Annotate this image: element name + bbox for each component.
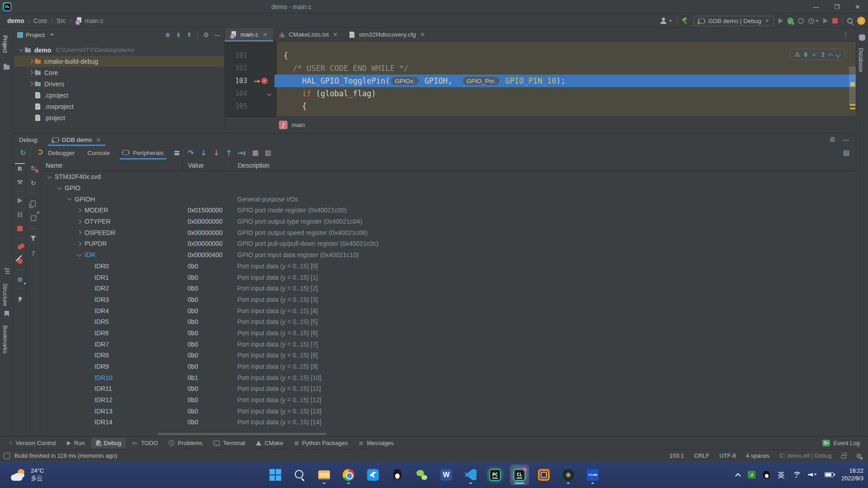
- taskbar-app-button[interactable]: [535, 465, 553, 485]
- file-encoding[interactable]: UTF-8: [719, 452, 736, 459]
- code-line[interactable]: 102 → ✓ /* USER CODE END WHILE */: [225, 62, 856, 75]
- close-session-icon[interactable]: ✕: [96, 136, 101, 143]
- tree-chevron-icon[interactable]: [75, 251, 83, 258]
- copy-icon[interactable]: [31, 201, 36, 206]
- tree-chevron-icon[interactable]: [75, 218, 83, 225]
- indent-style[interactable]: 4 spaces: [746, 452, 769, 459]
- maximize-button[interactable]: ❐: [826, 0, 847, 14]
- debug-settings-icon[interactable]: ⚙: [15, 275, 25, 285]
- attach-button[interactable]: [823, 18, 828, 23]
- table-row[interactable]: IDR13 0b0 Port input data (y = 0..15) [1…: [40, 405, 856, 417]
- code-line[interactable]: 105 → ✓ {: [225, 100, 856, 113]
- table-row[interactable]: PUPDR 0x00000000 GPIO port pull-up/pull-…: [40, 238, 856, 249]
- view-breakpoints-icon[interactable]: [18, 245, 22, 249]
- table-row[interactable]: IDR9 0b0 Port input data (y = 0..15) [9]: [40, 361, 856, 372]
- refresh-icon[interactable]: ↻: [28, 178, 38, 188]
- code-line[interactable]: 104 → ✓ if (global_flag): [225, 87, 856, 100]
- editor-scrollbar[interactable]: [849, 42, 856, 117]
- project-tree-item[interactable]: .cproject: [14, 89, 224, 101]
- layout-settings-icon[interactable]: ▥: [262, 147, 274, 158]
- tool-window-button[interactable]: ≣ Python Packages: [289, 438, 352, 448]
- table-row[interactable]: IDR10 0b1 Port input data (y = 0..15) [1…: [40, 372, 856, 383]
- run-to-cursor-icon[interactable]: →ı: [236, 147, 247, 158]
- run-button[interactable]: [778, 18, 783, 23]
- battery-icon[interactable]: [825, 472, 834, 477]
- column-header-value[interactable]: Value: [183, 162, 204, 169]
- prev-issue-icon[interactable]: [828, 53, 833, 58]
- tree-chevron-icon[interactable]: [85, 408, 93, 415]
- fold-marker-icon[interactable]: [267, 91, 272, 96]
- editor-tab[interactable]: stm32f4discovery.cfg ✕: [343, 28, 430, 41]
- horizontal-scrollbar[interactable]: [158, 433, 326, 435]
- tree-chevron-icon[interactable]: [27, 80, 34, 88]
- tool-window-button[interactable]: CMake: [251, 438, 288, 448]
- update-notification-icon[interactable]: ↑: [857, 17, 865, 25]
- panel-settings-icon[interactable]: ⚙: [203, 31, 209, 38]
- tree-chevron-icon[interactable]: [46, 173, 53, 180]
- pause-icon[interactable]: [18, 212, 22, 217]
- tree-chevron-icon[interactable]: [27, 92, 34, 99]
- tool-window-button[interactable]: Debug: [91, 438, 126, 448]
- tree-chevron-icon[interactable]: [85, 396, 93, 404]
- line-number[interactable]: 102: [225, 64, 251, 72]
- breadcrumb-item[interactable]: main.c: [75, 17, 104, 24]
- code-line[interactable]: 101 → ✓ {: [225, 49, 856, 62]
- rerun-icon[interactable]: R: [15, 163, 25, 173]
- search-everywhere-icon[interactable]: [847, 18, 853, 23]
- tree-chevron-icon[interactable]: [17, 47, 24, 54]
- code-text[interactable]: {: [274, 100, 856, 113]
- tool-window-button[interactable]: ! Problems: [164, 438, 207, 448]
- tree-chevron-icon[interactable]: [85, 296, 93, 303]
- close-button[interactable]: ✕: [847, 0, 868, 14]
- tree-chevron-icon[interactable]: [85, 318, 93, 325]
- taskbar-app-button[interactable]: J Link: [584, 465, 602, 485]
- tree-chevron-icon[interactable]: [66, 196, 73, 203]
- step-over-icon[interactable]: ↷: [185, 147, 197, 158]
- tree-chevron-icon[interactable]: [75, 229, 83, 236]
- debug-view-tab[interactable]: Debugger: [31, 146, 81, 160]
- tool-button-bookmarks[interactable]: Bookmarks: [2, 325, 8, 354]
- force-step-into-icon[interactable]: ↓: [210, 147, 222, 158]
- breadcrumb-item[interactable]: demo: [7, 17, 33, 24]
- tool-window-button[interactable]: ›_ Terminal: [209, 438, 250, 448]
- tray-jlink-icon[interactable]: J: [748, 471, 755, 479]
- line-ending[interactable]: CRLF: [694, 452, 709, 459]
- tree-chevron-icon[interactable]: [85, 363, 93, 370]
- line-number[interactable]: 103: [225, 77, 251, 85]
- debug-view-tab[interactable]: Console: [81, 146, 116, 160]
- collapse-all-icon[interactable]: ⇞: [187, 31, 192, 38]
- tree-chevron-icon[interactable]: [27, 103, 34, 110]
- table-row[interactable]: IDR14 0b0 Port input data (y = 0..15) [1…: [40, 417, 856, 428]
- debug-button[interactable]: [788, 18, 793, 24]
- tree-chevron-icon[interactable]: [27, 114, 34, 122]
- tree-chevron-icon[interactable]: [27, 69, 34, 76]
- tool-button-database[interactable]: Database: [858, 48, 864, 72]
- tree-chevron-icon[interactable]: [85, 418, 93, 426]
- step-into-icon[interactable]: ↓: [198, 147, 209, 158]
- caret-position[interactable]: 103:1: [670, 452, 684, 459]
- taskbar-app-button[interactable]: W: [437, 465, 455, 485]
- resume-icon[interactable]: [18, 198, 23, 203]
- table-row[interactable]: IDR8 0b0 Port input data (y = 0..15) [8]: [40, 350, 856, 361]
- table-row[interactable]: IDR7 0b0 Port input data (y = 0..15) [7]: [40, 338, 856, 350]
- code-text[interactable]: HAL_GPIO_TogglePin(GPIOx: GPIOH, GPIO_Pi…: [274, 75, 856, 87]
- tree-chevron-icon[interactable]: [85, 274, 93, 281]
- tool-windows-toggle-icon[interactable]: [4, 453, 10, 459]
- table-row[interactable]: STM32F40x.svd: [40, 171, 856, 183]
- taskbar-app-button[interactable]: [340, 465, 358, 485]
- edit-configuration-icon[interactable]: ⚒: [15, 177, 25, 187]
- run-configuration-select[interactable]: GDB demo | Debug: [693, 16, 774, 26]
- status-message[interactable]: Build finished in 119 ms (moments ago): [14, 452, 117, 459]
- tool-window-button[interactable]: ≔ TODO: [127, 438, 162, 448]
- tree-chevron-icon[interactable]: [85, 329, 93, 337]
- next-issue-icon[interactable]: [835, 52, 840, 57]
- tree-chevron-icon[interactable]: [85, 285, 93, 292]
- event-log-button[interactable]: 9+ Event Log: [822, 440, 860, 446]
- panel-settings-icon[interactable]: ⚙: [830, 136, 835, 144]
- taskbar-weather-widget[interactable]: 24°C 多云: [11, 467, 44, 482]
- table-row[interactable]: IDR5 0b0 Port input data (y = 0..15) [5]: [40, 316, 856, 328]
- tree-chevron-icon[interactable]: [56, 184, 63, 192]
- table-row[interactable]: IDR0 0b0 Port input data (y = 0..15) [0]: [40, 261, 856, 272]
- project-tree-item[interactable]: .project: [14, 112, 224, 123]
- build-hammer-icon[interactable]: [682, 17, 689, 24]
